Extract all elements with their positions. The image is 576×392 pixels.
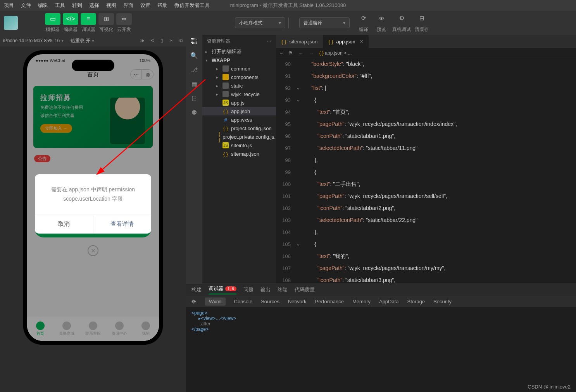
file-explorer: 资源管理器⋯ ▸打开的编辑器 ▾WXAPP ▸common▸components… [202, 35, 276, 284]
device-icon[interactable]: ▯ [160, 38, 163, 43]
menu-项目[interactable]: 项目 [4, 2, 14, 9]
section-open-editors[interactable]: ▸打开的编辑器 [202, 47, 276, 56]
menu-设置[interactable]: 设置 [140, 2, 150, 9]
db-icon[interactable]: ⌸ [192, 95, 196, 102]
menu-转到[interactable]: 转到 [72, 2, 82, 9]
file-static[interactable]: ▸static [202, 81, 276, 90]
file-common[interactable]: ▸common [202, 64, 276, 73]
editor-tabs: { }sitemap.json { }app.json× [276, 35, 576, 48]
bookmark-icon[interactable]: ⚑ [288, 50, 293, 56]
file-app.js[interactable]: JSapp.js [202, 98, 276, 107]
watermark: CSDN @linlinlove2 [528, 384, 571, 390]
menu-视图[interactable]: 视图 [106, 2, 116, 9]
devtool-tab-AppData[interactable]: AppData [379, 299, 399, 304]
tab-sitemap[interactable]: { }sitemap.json [276, 35, 323, 48]
forward-icon[interactable]: → [309, 50, 314, 56]
robot-icon[interactable]: ⚈ [191, 109, 197, 116]
search-icon[interactable]: 🔍 [190, 52, 198, 59]
dialog-detail-button[interactable]: 查看详情 [93, 215, 152, 234]
devtool-tab-Memory[interactable]: Memory [352, 299, 371, 304]
activity-bar: ⿻ 🔍 ⎇ ▦ ⌸ ⚈ [186, 35, 202, 284]
compile-select[interactable]: 普通编译 [299, 17, 350, 28]
menu-选择[interactable]: 选择 [89, 2, 99, 9]
devtool-tab-Network[interactable]: Network [288, 299, 307, 304]
reload-select[interactable]: 热重载 开 [71, 38, 94, 44]
menu-编辑[interactable]: 编辑 [38, 2, 48, 9]
line-gutter: 9091929394959697989910010110210310410510… [276, 58, 296, 284]
file-app.wxss[interactable]: #app.wxss [202, 115, 276, 124]
compile-button[interactable]: ⟳ [357, 13, 371, 24]
devtool-tab-Storage[interactable]: Storage [407, 299, 425, 304]
element-picker-icon[interactable]: ⯐ [191, 299, 197, 304]
editor-button[interactable]: </> [63, 13, 78, 25]
file-project.config.json[interactable]: { }project.config.json [202, 124, 276, 132]
dbg-tab-输出[interactable]: 输出 [260, 286, 271, 293]
ext-icon[interactable]: ▦ [191, 81, 197, 88]
dbg-tab-构建[interactable]: 构建 [191, 286, 202, 293]
rotate-icon[interactable]: ⟲ [150, 38, 154, 43]
file-wjyk_recycle[interactable]: ▸wjyk_recycle [202, 90, 276, 98]
app-icon [4, 16, 18, 30]
menu-界面[interactable]: 界面 [123, 2, 133, 9]
debugger-button[interactable]: ≡ [81, 13, 96, 25]
branch-icon[interactable]: ⎇ [191, 66, 198, 74]
simulator-button[interactable]: ▭ [45, 13, 60, 25]
tab-appjson[interactable]: { }app.json× [323, 35, 369, 48]
explorer-icon[interactable]: ⿻ [191, 38, 197, 45]
devtool-tab-Wxml[interactable]: Wxml [205, 297, 226, 306]
file-project.private.config.js...[interactable]: { }project.private.config.js... [202, 132, 276, 141]
debugger-panel: 构建调试器1, 6问题输出终端代码质量 ⯐WxmlConsoleSourcesN… [186, 284, 576, 392]
clear-cache-button[interactable]: ⊟ [415, 13, 429, 24]
preview-button[interactable]: 👁 [374, 13, 388, 24]
devtool-tab-Security[interactable]: Security [433, 299, 452, 304]
popout-icon[interactable]: ⧉ [179, 38, 183, 43]
root-folder[interactable]: ▾WXAPP [202, 56, 276, 64]
breadcrumb[interactable]: { } app.json > ... [319, 50, 352, 56]
file-sitemap.json[interactable]: { }sitemap.json [202, 150, 276, 158]
menu-微信开发者工具[interactable]: 微信开发者工具 [174, 2, 210, 9]
permission-dialog: 需要在 app.json 中声明 permission scope.userLo… [35, 174, 151, 234]
toolbar: ▭模拟器 </>编辑器 ≡调试器 ⊞可视化 ∞云开发 小程序模式 普通编译 ⟳编… [0, 11, 576, 35]
device-select[interactable]: iPhone 14 Pro Max 85% 16 [3, 38, 64, 43]
back-icon[interactable]: ← [298, 50, 304, 56]
close-icon[interactable]: × [360, 38, 363, 45]
list-icon[interactable]: ≡ [280, 50, 283, 56]
fold-gutter[interactable]: ⌄⌄⌄ [296, 58, 302, 284]
dbg-tab-调试器[interactable]: 调试器1, 6 [209, 285, 236, 294]
cut-icon[interactable]: ✂ [169, 38, 173, 43]
dbg-tab-代码质量[interactable]: 代码质量 [295, 286, 315, 293]
devtool-tab-Console[interactable]: Console [234, 299, 253, 304]
menu-文件[interactable]: 文件 [21, 2, 31, 9]
menu-帮助[interactable]: 帮助 [157, 2, 167, 9]
devtool-tab-Performance[interactable]: Performance [315, 299, 344, 304]
file-siteinfo.js[interactable]: JSsiteinfo.js [202, 141, 276, 150]
menu-工具[interactable]: 工具 [55, 2, 65, 9]
code-content[interactable]: "borderStyle": "black", "backgroundColor… [302, 58, 576, 284]
file-app.json[interactable]: { }app.json [202, 107, 276, 115]
devtool-tab-Sources[interactable]: Sources [261, 299, 279, 304]
more-icon[interactable]: ⋯ [267, 38, 271, 44]
visual-button[interactable]: ⊞ [98, 13, 114, 25]
dbg-tab-终端[interactable]: 终端 [278, 286, 288, 293]
dbg-tab-问题[interactable]: 问题 [243, 286, 254, 293]
cloud-button[interactable]: ∞ [116, 13, 132, 25]
simulator-panel: iPhone 14 Pro Max 85% 16 热重载 开 🕪 ⟲ ▯ ✂ ⧉… [0, 35, 186, 392]
mute-icon[interactable]: 🕪 [140, 38, 144, 43]
file-components[interactable]: ▸components [202, 73, 276, 81]
mode-select[interactable]: 小程序模式 [235, 17, 285, 28]
dialog-cancel-button[interactable]: 取消 [35, 215, 93, 234]
remote-debug-button[interactable]: ⚙ [395, 13, 409, 24]
phone-frame: ●●●●● WeChat 100% 首页 ⋯ ◎ 拉师招募 免费进单不收任何费用… [23, 50, 163, 345]
wxml-tree[interactable]: <page> ▸<view>…</view> ::after </page> [186, 307, 576, 392]
editor-panel: ⿻ 🔍 ⎇ ▦ ⌸ ⚈ 资源管理器⋯ ▸打开的编辑器 ▾WXAPP ▸commo… [186, 35, 576, 392]
window-title: miniprogram - 微信开发者工具 Stable 1.06.231008… [230, 2, 346, 9]
